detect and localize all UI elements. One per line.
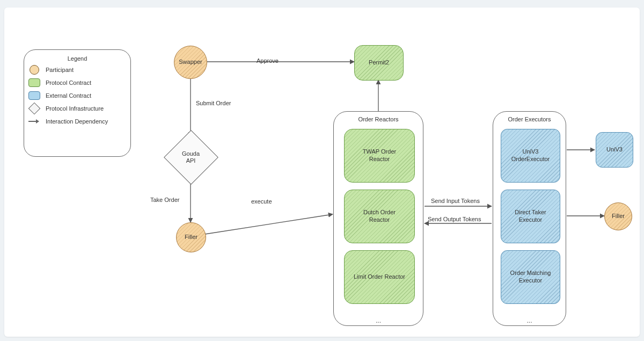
edge-label-send-output: Send Output Tokens [428, 216, 481, 222]
legend-title: Legend [28, 55, 126, 62]
legend-label: Interaction Dependency [46, 118, 108, 125]
node-label: Dutch Order [363, 209, 396, 216]
edge-label-send-input: Send Input Tokens [431, 198, 480, 204]
node-label: TWAP Order [363, 148, 396, 156]
node-label: Filler [185, 234, 197, 241]
node-order-matching-executor: Order Matching Executor [501, 250, 560, 304]
node-swapper: Swapper [174, 46, 207, 79]
node-label: API [182, 157, 200, 164]
legend-row-protocol-contract: Protocol Contract [28, 78, 126, 88]
edge-label-take-order: Take Order [150, 197, 179, 203]
node-label: Filler [612, 213, 625, 220]
node-twap-reactor: TWAP Order Reactor [344, 129, 415, 183]
legend-row-participant: Participant [28, 65, 126, 75]
node-label: Swapper [179, 59, 202, 66]
node-dutch-reactor: Dutch Order Reactor [344, 190, 415, 243]
edge-label-approve: Approve [257, 57, 279, 64]
legend-label: Protocol Contract [46, 79, 91, 86]
node-filler-main: Filler [176, 222, 206, 252]
node-label: Executor [515, 216, 546, 224]
node-limit-reactor: Limit Order Reactor [344, 250, 415, 304]
group-title: Order Executors [493, 116, 566, 122]
diagram-canvas: Legend Participant Protocol Contract Ext… [4, 8, 640, 337]
node-univ3-external: UniV3 [596, 132, 633, 168]
group-ellipsis: ... [334, 317, 423, 324]
diamond-icon [28, 103, 41, 115]
node-label: Reactor [363, 216, 396, 224]
node-label: Executor [510, 277, 551, 285]
group-order-executors: Order Executors UniV3 OrderExecutor Dire… [493, 111, 566, 326]
node-label: OrderExecutor [511, 156, 550, 163]
node-filler-right: Filler [604, 202, 632, 230]
legend-panel: Legend Participant Protocol Contract Ext… [24, 49, 131, 157]
node-label: Reactor [363, 156, 396, 163]
legend-label: External Contract [46, 92, 91, 99]
node-label: Order Matching [510, 270, 551, 277]
node-label: UniV3 [606, 146, 623, 154]
node-gouda-api: Gouda API [164, 130, 218, 185]
legend-row-external-contract: External Contract [28, 91, 126, 100]
legend-label: Participant [46, 67, 74, 73]
legend-label: Protocol Infrastructure [46, 105, 104, 112]
group-ellipsis: ... [493, 317, 566, 324]
node-label: Permit2 [369, 59, 389, 67]
edge-label-execute: execute [251, 198, 272, 205]
legend-row-interaction: Interaction Dependency [28, 117, 126, 126]
node-label: Gouda [182, 150, 200, 157]
node-label: UniV3 [511, 148, 550, 156]
edge-label-submit-order: Submit Order [196, 100, 231, 106]
node-label: Direct Taker [515, 209, 546, 216]
legend-row-protocol-infra: Protocol Infrastructure [28, 104, 126, 113]
square-icon [28, 91, 40, 100]
arrow-icon [28, 119, 40, 124]
node-permit2: Permit2 [354, 45, 404, 81]
node-direct-taker-executor: Direct Taker Executor [501, 190, 560, 243]
node-univ3-executor: UniV3 OrderExecutor [501, 129, 560, 183]
group-title: Order Reactors [334, 116, 423, 122]
group-order-reactors: Order Reactors TWAP Order Reactor Dutch … [333, 111, 423, 326]
circle-icon [30, 65, 39, 75]
node-label: Limit Order Reactor [354, 273, 405, 281]
square-icon [28, 78, 40, 87]
